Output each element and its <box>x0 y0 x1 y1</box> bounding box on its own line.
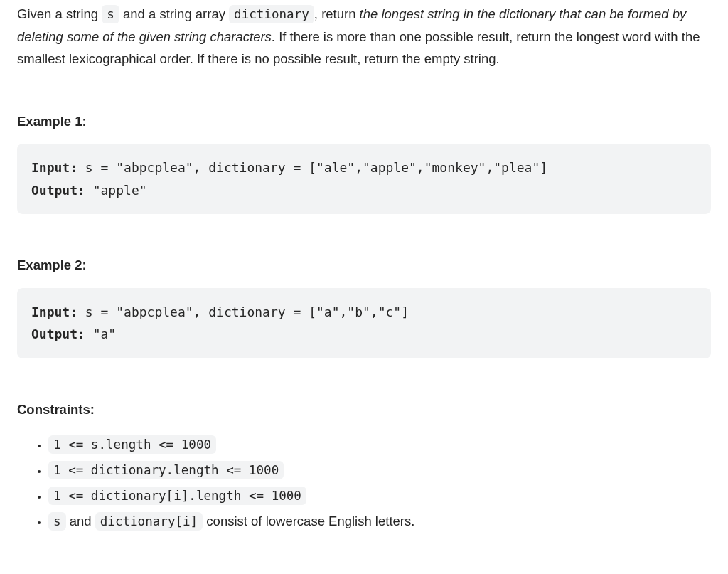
example-heading: Example 2: <box>17 254 711 276</box>
example-codeblock: Input: s = "abpcplea", dictionary = ["al… <box>17 144 711 214</box>
input-label: Input: <box>31 304 77 319</box>
constraint-item: 1 <= dictionary.length <= 1000 <box>48 457 711 483</box>
constraint-item: s and dictionary[i] consist of lowercase… <box>48 509 711 534</box>
description-paragraph: Given a string s and a string array dict… <box>17 3 711 70</box>
inline-code: 1 <= dictionary.length <= 1000 <box>48 461 284 479</box>
inline-code: s <box>48 512 66 531</box>
constraints-list: 1 <= s.length <= 10001 <= dictionary.len… <box>17 432 711 534</box>
constraints-heading: Constraints: <box>17 398 711 420</box>
output-value: "a" <box>85 326 116 341</box>
inline-code: dictionary[i] <box>95 512 203 531</box>
constraint-item: 1 <= dictionary[i].length <= 1000 <box>48 483 711 509</box>
constraint-item: 1 <= s.length <= 1000 <box>48 432 711 457</box>
inline-code: 1 <= s.length <= 1000 <box>48 435 216 454</box>
output-label: Output: <box>31 326 85 341</box>
example-heading: Example 1: <box>17 110 711 132</box>
problem-statement: Given a string s and a string array dict… <box>0 0 728 551</box>
example-codeblock: Input: s = "abpcplea", dictionary = ["a"… <box>17 288 711 358</box>
inline-code: dictionary <box>229 5 314 23</box>
input-label: Input: <box>31 160 77 175</box>
output-value: "apple" <box>85 183 147 198</box>
input-value: s = "abpcplea", dictionary = ["ale","app… <box>77 160 547 175</box>
input-value: s = "abpcplea", dictionary = ["a","b","c… <box>77 304 409 319</box>
inline-code: 1 <= dictionary[i].length <= 1000 <box>48 487 306 505</box>
inline-code: s <box>102 5 119 23</box>
examples-section: Example 1:Input: s = "abpcplea", diction… <box>17 110 711 358</box>
output-label: Output: <box>31 183 85 198</box>
